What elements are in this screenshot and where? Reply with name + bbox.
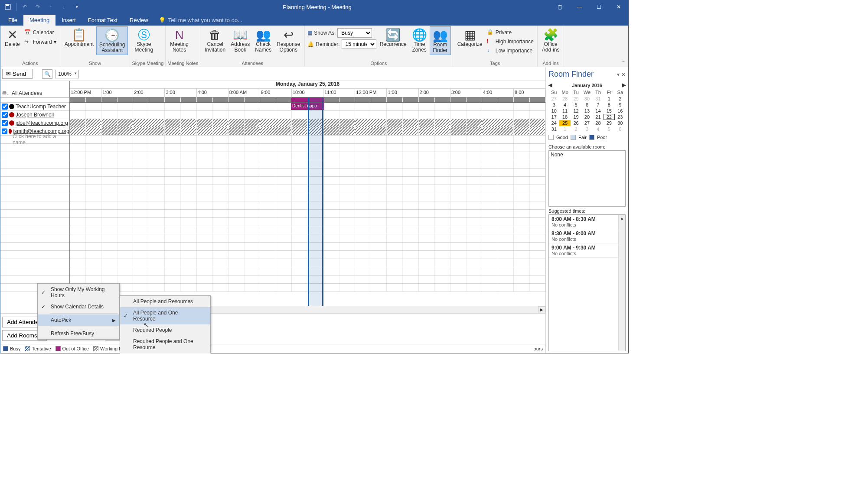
qat-more-icon[interactable]: ▾ [72, 2, 82, 12]
calendar-day[interactable]: 21 [593, 114, 604, 120]
attendee-name[interactable]: jdoe@teachucomp.org [16, 120, 68, 126]
calendar-day[interactable]: 8 [604, 102, 614, 108]
calendar-day[interactable]: 29 [604, 120, 614, 126]
calendar-day[interactable]: 11 [559, 108, 570, 114]
attendee-name[interactable]: Joseph Brownell [16, 112, 54, 118]
suggested-time-item[interactable]: 8:00 AM - 8:30 AMNo conflicts [549, 215, 625, 229]
calendar-day[interactable]: 2 [571, 126, 581, 132]
calendar-day[interactable]: 19 [571, 114, 581, 120]
calendar-day[interactable]: 15 [604, 108, 614, 114]
room-list[interactable]: None [548, 150, 626, 207]
calendar-day[interactable]: 9 [615, 102, 626, 108]
rf-close-icon[interactable]: ✕ [621, 71, 626, 78]
calendar-day[interactable]: 30 [581, 96, 592, 102]
calendar-day[interactable]: 3 [548, 102, 559, 108]
send-button[interactable]: ✉Send [2, 69, 33, 79]
recurrence-button[interactable]: 🔄Recurrence [377, 26, 409, 49]
calendar-day[interactable]: 22 [604, 114, 614, 120]
calendar-day[interactable]: 6 [615, 126, 626, 132]
suggested-times-list[interactable]: 8:00 AM - 8:30 AMNo conflicts8:30 AM - 9… [548, 214, 626, 351]
prev-month-icon[interactable]: ◀ [548, 82, 552, 88]
undo-icon[interactable]: ↶ [20, 2, 29, 12]
attendee-row[interactable]: Joseph Brownell [0, 111, 69, 119]
suggested-time-item[interactable]: 9:00 AM - 9:30 AMNo conflicts [549, 243, 625, 258]
appointment-block[interactable]: Dentist Appo [291, 103, 324, 110]
next-month-icon[interactable]: ▶ [622, 82, 626, 88]
calendar-day[interactable]: 5 [571, 102, 581, 108]
reminder-select[interactable]: 15 minutes [342, 39, 376, 49]
scroll-up-icon[interactable]: ▲ [619, 215, 625, 222]
calendar-button[interactable]: 📅Calendar [23, 28, 58, 37]
ctx-all-people-resources[interactable]: All People and Resources [120, 296, 210, 307]
calendar-day[interactable]: 6 [581, 102, 592, 108]
ctx-required-people-one-resource[interactable]: Required People and One Resource [120, 336, 210, 353]
redo-icon[interactable]: ↷ [33, 2, 42, 12]
calendar-day[interactable]: 1 [559, 126, 570, 132]
maximize-icon[interactable]: ☐ [589, 0, 609, 13]
calendar-day[interactable]: 2 [615, 96, 626, 102]
collapse-ribbon-icon[interactable]: ⌃ [621, 60, 626, 66]
skype-meeting-button[interactable]: ⓈSkype Meeting [132, 26, 156, 54]
attendee-checkbox[interactable] [2, 120, 8, 126]
high-importance-button[interactable]: !High Importance [485, 37, 535, 46]
delete-button[interactable]: ✕Delete [2, 26, 23, 49]
tab-insert[interactable]: Insert [55, 15, 82, 26]
calendar-day[interactable]: 24 [548, 120, 559, 126]
ctx-refresh[interactable]: Refresh Free/Busy [38, 328, 119, 339]
attendee-name[interactable]: TeachUcomp Teacher [16, 104, 66, 110]
calendar-day[interactable]: 13 [581, 108, 592, 114]
calendar-day[interactable]: 14 [593, 108, 604, 114]
calendar-day[interactable]: 28 [593, 120, 604, 126]
ribbon-display-icon[interactable]: ▢ [550, 0, 570, 13]
calendar-day[interactable]: 29 [571, 96, 581, 102]
response-options-button[interactable]: ↩Response Options [274, 26, 303, 54]
calendar-day[interactable]: 10 [548, 108, 559, 114]
calendar-day[interactable]: 5 [604, 126, 614, 132]
minimize-icon[interactable]: — [570, 0, 589, 13]
categorize-button[interactable]: ▦Categorize [455, 26, 485, 49]
calendar-day[interactable]: 1 [604, 96, 614, 102]
tell-me-search[interactable]: 💡Tell me what you want to do... [154, 15, 247, 26]
zoom-icon[interactable]: 🔍 [42, 69, 52, 79]
next-icon[interactable]: ↓ [59, 2, 69, 12]
check-names-button[interactable]: 👥Check Names [252, 26, 274, 54]
calendar-day[interactable]: 27 [548, 96, 559, 102]
scheduling-assistant-button[interactable]: 🕒Scheduling Assistant [96, 26, 128, 55]
calendar-day[interactable]: 31 [593, 96, 604, 102]
calendar-day[interactable]: 31 [548, 126, 559, 132]
close-icon[interactable]: ✕ [609, 0, 628, 13]
calendar-day[interactable]: 18 [559, 114, 570, 120]
attendee-checkbox[interactable] [2, 112, 8, 118]
calendar-day[interactable]: 26 [571, 120, 581, 126]
calendar-day[interactable]: 12 [571, 108, 581, 114]
attendee-row[interactable]: TeachUcomp Teacher [0, 103, 69, 111]
ctx-required-people[interactable]: Required People [120, 324, 210, 336]
calendar-day[interactable]: 27 [581, 120, 592, 126]
calendar-day[interactable]: 23 [615, 114, 626, 120]
time-zones-button[interactable]: 🌐Time Zones [409, 26, 430, 54]
private-button[interactable]: 🔒Private [485, 28, 535, 37]
attendee-row[interactable]: jdoe@teachucomp.org [0, 119, 69, 127]
ctx-working-hours[interactable]: ✓Show Only My Working Hours [38, 284, 119, 301]
calendar-day[interactable]: 25 [559, 120, 570, 126]
save-icon[interactable] [3, 2, 13, 12]
cancel-invitation-button[interactable]: 🗑Cancel Invitation [202, 26, 228, 54]
room-finder-button[interactable]: 👥Room Finder [430, 26, 451, 55]
scroll-right-icon[interactable]: ▶ [538, 306, 545, 313]
ctx-autopick[interactable]: AutoPick▶ [38, 314, 119, 326]
zoom-select[interactable]: 100% [55, 70, 79, 78]
attendee-checkbox[interactable] [2, 104, 8, 110]
appointment-button[interactable]: 📋Appointment [62, 26, 96, 49]
calendar-day[interactable]: 30 [615, 120, 626, 126]
showas-select[interactable]: Busy [337, 28, 372, 38]
calendar-day[interactable]: 4 [593, 126, 604, 132]
office-addins-button[interactable]: 🧩Office Add-ins [539, 26, 562, 54]
meeting-notes-button[interactable]: NMeeting Notes [167, 26, 191, 54]
calendar-day[interactable]: 16 [615, 108, 626, 114]
tab-meeting[interactable]: Meeting [23, 15, 55, 26]
tab-file[interactable]: File [2, 15, 23, 26]
calendar-day[interactable]: 28 [559, 96, 570, 102]
calendar-day[interactable]: 4 [559, 102, 570, 108]
suggested-time-item[interactable]: 8:30 AM - 9:00 AMNo conflicts [549, 229, 625, 243]
tab-review[interactable]: Review [124, 15, 154, 26]
